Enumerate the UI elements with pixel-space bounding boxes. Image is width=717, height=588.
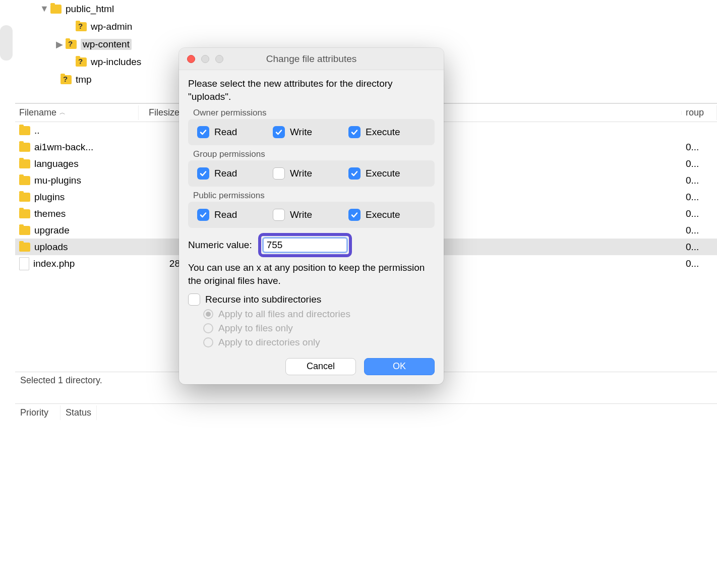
- file-size: [139, 213, 184, 215]
- tree-item[interactable]: ▼public_html: [15, 0, 717, 18]
- owner-execute-label: Execute: [366, 127, 400, 138]
- folder-icon: [76, 22, 87, 31]
- column-group[interactable]: roup: [682, 105, 717, 120]
- checkbox-icon[interactable]: [197, 126, 209, 138]
- file-group: 0...: [682, 191, 717, 204]
- tree-item-label: wp-includes: [91, 56, 141, 68]
- checkbox-icon[interactable]: [273, 126, 285, 138]
- folder-icon: [66, 40, 77, 49]
- owner-read[interactable]: Read: [197, 126, 273, 138]
- column-filename[interactable]: Filename ︿: [15, 105, 139, 120]
- dialog-footer: Cancel OK: [188, 358, 435, 375]
- disclosure-spacer: [66, 58, 74, 66]
- column-filesize[interactable]: Filesize: [139, 105, 184, 120]
- numeric-hint: You can use an x at any position to keep…: [188, 261, 435, 287]
- column-filename-label: Filename: [19, 107, 56, 118]
- column-filesize-label: Filesize: [149, 107, 180, 118]
- group-read-label: Read: [214, 168, 237, 179]
- sort-ascending-icon: ︿: [59, 108, 66, 117]
- file-size: [139, 229, 184, 231]
- disclosure-right-icon[interactable]: ▶: [55, 40, 64, 48]
- group-write[interactable]: Write: [273, 167, 348, 180]
- file-name: themes: [34, 208, 66, 219]
- numeric-value-row: Numeric value:: [188, 233, 435, 257]
- checkbox-icon[interactable]: [197, 167, 209, 180]
- owner-write[interactable]: Write: [273, 126, 348, 138]
- group-permissions-label: Group permissions: [193, 149, 435, 159]
- file-group: 0...: [682, 157, 717, 170]
- file-group: 0...: [682, 224, 717, 237]
- file-size: [139, 180, 184, 182]
- tree-item-label: wp-content: [83, 39, 130, 49]
- public-execute-label: Execute: [366, 209, 400, 220]
- dialog-body: Please select the new attributes for the…: [179, 70, 444, 384]
- close-icon[interactable]: [187, 55, 195, 63]
- file-group: 0...: [682, 241, 717, 254]
- column-priority-label: Priority: [20, 407, 48, 418]
- public-permissions: Read Write Execute: [188, 202, 435, 228]
- ok-button[interactable]: OK: [364, 358, 435, 375]
- public-read-label: Read: [214, 209, 237, 220]
- file-name: upgrade: [34, 225, 70, 236]
- checkbox-icon[interactable]: [273, 167, 285, 180]
- change-attributes-dialog: Change file attributes Please select the…: [179, 48, 444, 384]
- checkbox-icon[interactable]: [197, 209, 209, 221]
- file-group: 0...: [682, 207, 717, 220]
- group-execute[interactable]: Execute: [348, 167, 426, 180]
- column-status[interactable]: Status: [61, 405, 97, 420]
- public-permissions-label: Public permissions: [193, 191, 435, 201]
- radio-apply-files: Apply to files only: [203, 323, 435, 334]
- cancel-button[interactable]: Cancel: [285, 358, 356, 375]
- file-size: 28: [139, 257, 184, 270]
- dialog-titlebar[interactable]: Change file attributes: [179, 48, 444, 70]
- radio-apply-dirs: Apply to directories only: [203, 337, 435, 348]
- checkbox-icon[interactable]: [348, 209, 361, 221]
- folder-icon: [19, 143, 30, 152]
- tree-item-label: public_html: [66, 4, 114, 15]
- checkbox-icon[interactable]: [188, 293, 200, 306]
- file-name: mu-plugins: [34, 175, 81, 186]
- owner-execute[interactable]: Execute: [348, 126, 426, 138]
- recurse-radio-group: Apply to all files and directories Apply…: [203, 309, 435, 348]
- group-execute-label: Execute: [366, 168, 400, 179]
- radio-icon: [203, 337, 213, 347]
- file-name: uploads: [34, 242, 68, 253]
- owner-write-label: Write: [290, 127, 312, 138]
- disclosure-spacer: [50, 76, 58, 84]
- public-execute[interactable]: Execute: [348, 209, 426, 221]
- checkbox-icon[interactable]: [273, 209, 285, 221]
- column-priority[interactable]: Priority: [15, 405, 61, 420]
- file-group: 0...: [682, 174, 717, 187]
- tree-item[interactable]: wp-admin: [15, 18, 717, 35]
- group-read[interactable]: Read: [197, 167, 273, 180]
- public-write[interactable]: Write: [273, 209, 348, 221]
- public-write-label: Write: [290, 209, 312, 220]
- recurse-checkbox-row[interactable]: Recurse into subdirectories: [188, 293, 435, 306]
- bottom-header: Priority Status: [15, 403, 717, 422]
- folder-icon: [50, 5, 62, 14]
- folder-icon: [19, 243, 30, 252]
- folder-icon: [19, 176, 30, 185]
- minimize-icon: [201, 55, 209, 63]
- numeric-value-label: Numeric value:: [188, 240, 252, 251]
- checkbox-icon[interactable]: [348, 167, 361, 180]
- group-permissions: Read Write Execute: [188, 160, 435, 187]
- column-status-label: Status: [66, 407, 91, 418]
- vertical-scrollbar[interactable]: [0, 25, 13, 61]
- dialog-intro: Please select the new attributes for the…: [188, 77, 435, 103]
- folder-icon: [19, 193, 30, 202]
- numeric-value-input[interactable]: [262, 237, 348, 253]
- file-group: [682, 130, 717, 132]
- checkbox-icon[interactable]: [348, 126, 361, 138]
- owner-read-label: Read: [214, 127, 237, 138]
- file-size: [139, 196, 184, 198]
- file-name: ..: [34, 125, 40, 136]
- radio-icon: [203, 309, 213, 319]
- public-read[interactable]: Read: [197, 209, 273, 221]
- radio-apply-all-label: Apply to all files and directories: [218, 309, 350, 320]
- folder-icon: [76, 57, 87, 67]
- folder-icon: [19, 126, 30, 135]
- disclosure-down-icon[interactable]: ▼: [40, 5, 48, 13]
- disclosure-spacer: [66, 23, 74, 31]
- file-size: [139, 130, 184, 132]
